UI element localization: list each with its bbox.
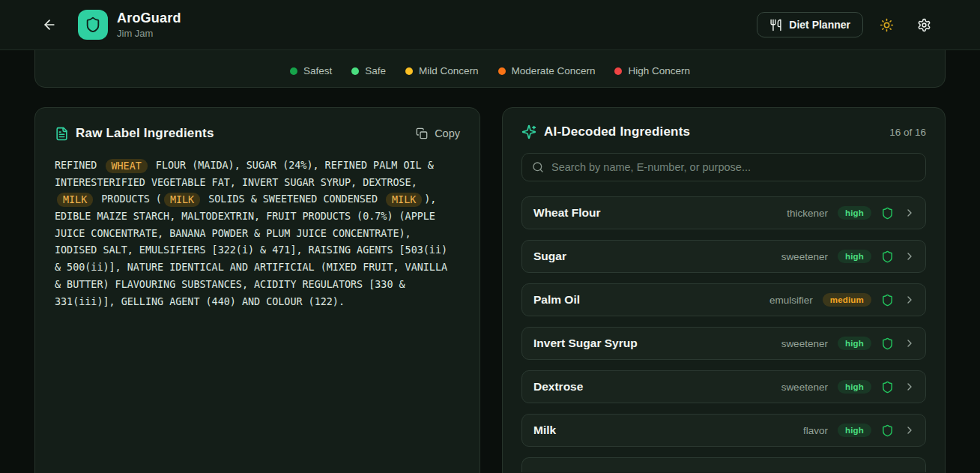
search-icon bbox=[532, 161, 544, 173]
ingredient-name: Milk bbox=[533, 424, 556, 437]
legend-label: High Concern bbox=[628, 65, 690, 76]
shield-icon bbox=[881, 250, 894, 263]
legend-item: Safe bbox=[351, 65, 386, 76]
utensils-icon bbox=[769, 19, 782, 31]
legend-label: Moderate Concern bbox=[512, 65, 596, 76]
risk-badge: high bbox=[838, 380, 871, 394]
legend-dot bbox=[614, 67, 622, 75]
search-box[interactable] bbox=[521, 153, 926, 181]
raw-text-line: IODISED SALT, EMULSIFIERS [322(i) & 471]… bbox=[55, 242, 460, 259]
search-input[interactable] bbox=[551, 161, 916, 173]
raw-text-line: & 500(ii)], NATURE IDENTICAL AND ARTIFIC… bbox=[55, 259, 460, 277]
legend-label: Safe bbox=[365, 65, 386, 76]
result-count: 16 of 16 bbox=[889, 127, 926, 138]
raw-text-line: MILK PRODUCTS (MILK SOLIDS & SWEETENED C… bbox=[55, 191, 460, 208]
copy-icon bbox=[416, 127, 428, 139]
back-arrow-icon bbox=[42, 17, 57, 32]
ingredient-row[interactable]: Dextrose sweetener high bbox=[521, 370, 926, 403]
legend-item: Moderate Concern bbox=[498, 65, 596, 76]
chevron-right-icon bbox=[904, 207, 916, 219]
file-text-icon bbox=[55, 127, 69, 141]
raw-text-line: JUICE CONCENTRATE, BANANA POWDER & PLUM … bbox=[55, 226, 460, 243]
ingredient-purpose: flavor bbox=[803, 425, 828, 436]
ingredient-row[interactable]: Sugar sweetener high bbox=[521, 240, 926, 273]
ingredient-purpose: sweetener bbox=[781, 251, 828, 262]
raw-text-line: EDIBLE MAIZE STARCH, MALTODEXTRIN, FRUIT… bbox=[55, 208, 460, 226]
ingredient-row-partial[interactable] bbox=[521, 457, 926, 472]
chevron-right-icon bbox=[904, 424, 916, 436]
chevron-right-icon bbox=[904, 250, 916, 262]
sun-icon bbox=[880, 18, 894, 32]
ingredient-row[interactable]: Palm Oil emulsifier medium bbox=[521, 283, 926, 316]
gear-icon bbox=[917, 18, 931, 32]
decoded-title: AI-Decoded Ingredients bbox=[544, 124, 690, 139]
diet-planner-button[interactable]: Diet Planner bbox=[757, 12, 863, 37]
legend-dot bbox=[290, 67, 297, 75]
ingredient-purpose: emulsifier bbox=[769, 295, 813, 306]
ingredient-name: Sugar bbox=[533, 250, 566, 263]
shield-icon bbox=[881, 294, 894, 307]
chevron-right-icon bbox=[904, 294, 916, 306]
safety-legend: SafestSafeMild ConcernModerate ConcernHi… bbox=[290, 65, 690, 76]
ingredient-purpose: thickener bbox=[787, 208, 828, 219]
shield-icon bbox=[85, 16, 101, 33]
ingredient-purpose: sweetener bbox=[781, 338, 828, 349]
shield-icon bbox=[881, 381, 894, 394]
sparkles-icon bbox=[521, 124, 536, 139]
raw-text-line: REFINED WHEAT FLOUR (MAIDA), SUGAR (24%)… bbox=[55, 157, 460, 175]
back-button[interactable] bbox=[37, 13, 61, 37]
ingredient-name: Dextrose bbox=[533, 380, 583, 394]
brand: AroGuard Jim Jam bbox=[78, 10, 181, 40]
copy-label: Copy bbox=[435, 127, 460, 139]
ingredient-name: Wheat Flour bbox=[533, 206, 601, 220]
app-header: AroGuard Jim Jam Diet Planner bbox=[0, 0, 980, 50]
raw-text-line: INTERESTERIFIED VEGETABLE FAT, INVERT SU… bbox=[55, 175, 460, 192]
allergen-highlight[interactable]: MILK bbox=[57, 193, 93, 207]
ingredient-name: Palm Oil bbox=[533, 293, 580, 307]
shield-icon bbox=[881, 424, 894, 437]
raw-ingredients-text: REFINED WHEAT FLOUR (MAIDA), SUGAR (24%)… bbox=[55, 157, 460, 310]
legend-item: Mild Concern bbox=[405, 65, 479, 76]
ingredient-list: Wheat Flour thickener high Sugar sweeten… bbox=[521, 196, 926, 447]
page-subtitle: Jim Jam bbox=[117, 28, 181, 39]
raw-text-line: & BUTTER) FLAVOURING SUBSTANCES, ACIDITY… bbox=[55, 277, 460, 294]
allergen-highlight[interactable]: MILK bbox=[164, 193, 200, 207]
theme-toggle-button[interactable] bbox=[872, 10, 901, 39]
allergen-highlight[interactable]: MILK bbox=[386, 193, 422, 207]
ingredient-purpose: sweetener bbox=[781, 382, 828, 393]
app-logo bbox=[78, 10, 108, 40]
legend-label: Mild Concern bbox=[419, 65, 479, 76]
settings-button[interactable] bbox=[910, 10, 938, 39]
risk-badge: high bbox=[838, 250, 871, 263]
legend-item: High Concern bbox=[614, 65, 690, 76]
raw-label-title: Raw Label Ingredients bbox=[76, 126, 214, 141]
ingredient-row[interactable]: Wheat Flour thickener high bbox=[521, 196, 926, 229]
legend-label: Safest bbox=[303, 65, 332, 76]
chevron-right-icon bbox=[904, 337, 916, 349]
risk-badge: high bbox=[838, 337, 871, 350]
safety-legend-card: SafestSafeMild ConcernModerate ConcernHi… bbox=[34, 50, 946, 88]
allergen-highlight[interactable]: WHEAT bbox=[106, 159, 148, 173]
main-content: SafestSafeMild ConcernModerate ConcernHi… bbox=[0, 50, 980, 473]
risk-badge: medium bbox=[823, 293, 871, 307]
chevron-right-icon bbox=[904, 381, 916, 393]
copy-button[interactable]: Copy bbox=[416, 127, 460, 139]
ingredient-row[interactable]: Invert Sugar Syrup sweetener high bbox=[521, 327, 926, 360]
legend-item: Safest bbox=[290, 65, 332, 76]
raw-text-line: 331(iii)], GELLING AGENT (440) AND COLOU… bbox=[55, 294, 460, 311]
page-title: AroGuard bbox=[117, 10, 181, 26]
raw-label-panel: Raw Label Ingredients Copy REFINED WHEAT… bbox=[34, 107, 480, 473]
legend-dot bbox=[405, 67, 413, 75]
ingredient-name: Invert Sugar Syrup bbox=[533, 337, 638, 350]
risk-badge: high bbox=[838, 424, 871, 437]
legend-dot bbox=[351, 67, 359, 75]
shield-icon bbox=[881, 207, 894, 220]
shield-icon bbox=[881, 337, 894, 350]
diet-planner-label: Diet Planner bbox=[789, 19, 850, 31]
ingredient-row[interactable]: Milk flavor high bbox=[521, 414, 926, 447]
risk-badge: high bbox=[838, 206, 871, 220]
decoded-panel: AI-Decoded Ingredients 16 of 16 Wheat Fl… bbox=[502, 107, 946, 473]
legend-dot bbox=[498, 67, 506, 75]
